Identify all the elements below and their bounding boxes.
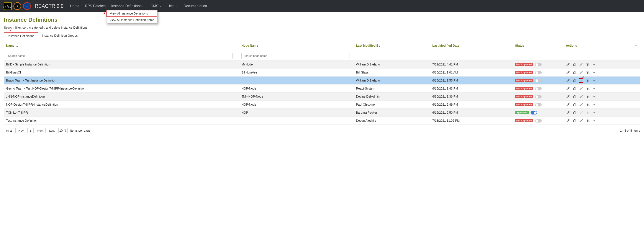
- cell-node: BillHumVee: [239, 68, 354, 76]
- annotation-2: 2: [10, 28, 12, 32]
- status-toggle[interactable]: [535, 79, 542, 82]
- table-row[interactable]: Gecho Team - Test NOP-Design7-NIPR-Insta…: [4, 84, 640, 92]
- status-badge: Not Approved: [515, 87, 533, 90]
- copy-icon[interactable]: [572, 94, 577, 99]
- copy-icon[interactable]: [572, 102, 577, 107]
- table-row[interactable]: TCN Lot 7 SIPRNOPBarbara Packer6/15/2021…: [4, 109, 640, 117]
- pager-next[interactable]: Next: [35, 128, 46, 133]
- nav-home[interactable]: Home: [69, 3, 80, 9]
- status-toggle[interactable]: [530, 111, 537, 114]
- download-icon[interactable]: [592, 102, 596, 107]
- delete-icon[interactable]: [586, 102, 590, 107]
- dropdown-view-all-instance-definitions[interactable]: 1 View All Instance Definitions: [106, 10, 157, 17]
- cell-modified-by: Paul Chicoine: [354, 100, 430, 109]
- delete-icon[interactable]: [586, 78, 590, 82]
- cell-actions: [564, 92, 640, 100]
- status-toggle[interactable]: [535, 103, 542, 106]
- dropdown-view-all-items[interactable]: View All Instance Definition Items: [106, 17, 157, 23]
- tab-instance-definitions[interactable]: Instance Definitions: [4, 32, 38, 40]
- edit-icon[interactable]: [579, 70, 583, 74]
- delete-icon[interactable]: [586, 62, 590, 66]
- pager-last[interactable]: Last: [47, 128, 57, 133]
- cell-node: NOP-Node: [239, 100, 354, 109]
- pager-size-value: 10: [60, 129, 63, 132]
- download-icon[interactable]: [592, 94, 596, 99]
- nav-cms-label: CMS: [150, 4, 158, 8]
- nav-cms[interactable]: CMS ▼: [150, 3, 162, 9]
- edit-icon[interactable]: [579, 94, 583, 99]
- table-row[interactable]: Bravo Team - Test Instance DefinitionWil…: [4, 76, 640, 84]
- wrench-icon[interactable]: [566, 110, 570, 115]
- edit-icon[interactable]: [579, 62, 583, 66]
- col-node-name[interactable]: Node Name: [239, 40, 354, 52]
- download-icon[interactable]: [592, 62, 596, 66]
- wrench-icon[interactable]: [566, 102, 570, 107]
- status-toggle[interactable]: [535, 119, 542, 122]
- edit-icon[interactable]: [579, 86, 583, 91]
- wrench-icon[interactable]: [566, 70, 570, 74]
- search-name-input[interactable]: [6, 53, 232, 59]
- delete-icon[interactable]: [586, 86, 590, 91]
- add-icon[interactable]: ＋: [634, 43, 638, 48]
- sort-asc-icon: ▲: [16, 45, 18, 47]
- delete-icon[interactable]: [586, 94, 590, 99]
- pager-size-select[interactable]: 10 ⇅: [58, 128, 68, 133]
- cell-node: JNN-NOP-Node: [239, 92, 354, 100]
- copy-icon[interactable]: [572, 62, 577, 66]
- army-logo-icon: ★U.S.ARMY: [4, 2, 12, 10]
- wrench-icon[interactable]: [566, 94, 570, 99]
- status-badge: Not Approved: [515, 79, 533, 82]
- download-icon[interactable]: [592, 78, 596, 82]
- table-row[interactable]: JNN-NOP-InstanceDefinitionJNN-NOP-NodeDe…: [4, 92, 640, 100]
- wrench-icon[interactable]: [566, 62, 570, 66]
- pager-page[interactable]: 1: [27, 128, 34, 133]
- table-row[interactable]: NOP-Design7-SIPR-InstanceDefinitionNOP-N…: [4, 100, 640, 109]
- col-last-modified-date[interactable]: Last Modified Date: [430, 40, 513, 52]
- col-last-modified-by[interactable]: Last Modified By: [354, 40, 430, 52]
- caret-down-icon: ▼: [160, 5, 162, 7]
- table-row[interactable]: Test Instance DefinitionDevon Aleshire7/…: [4, 117, 640, 125]
- download-icon[interactable]: [592, 70, 596, 74]
- cell-actions: [564, 60, 640, 68]
- status-toggle[interactable]: [535, 87, 542, 90]
- cell-node: [239, 117, 354, 125]
- download-icon[interactable]: [592, 110, 596, 115]
- copy-icon[interactable]: [572, 110, 577, 115]
- status-toggle[interactable]: [535, 71, 542, 74]
- status-badge: Not Approved: [515, 119, 533, 122]
- nav-documentation[interactable]: Documentation: [183, 3, 208, 9]
- status-toggle[interactable]: [535, 63, 542, 66]
- nav-rps-patches[interactable]: RPS Patches: [84, 3, 106, 9]
- delete-icon[interactable]: [586, 70, 590, 74]
- status-toggle[interactable]: [535, 95, 542, 98]
- delete-icon[interactable]: [586, 118, 590, 123]
- download-icon[interactable]: [592, 86, 596, 91]
- copy-icon[interactable]: [572, 118, 577, 123]
- edit-icon[interactable]: [579, 102, 583, 107]
- col-name[interactable]: Name ▲: [4, 40, 239, 52]
- cell-name: Bravo Team - Test Instance Definition: [4, 76, 239, 84]
- copy-icon[interactable]: [572, 78, 577, 82]
- search-node-input[interactable]: [242, 53, 350, 59]
- caret-down-icon: ▼: [176, 5, 178, 7]
- wrench-icon[interactable]: [566, 78, 570, 82]
- cell-name: TCN Lot 7 SIPR: [4, 109, 239, 117]
- table-row[interactable]: BillGlassCIBillHumVeeBill Glass6/16/2021…: [4, 68, 640, 76]
- edit-icon[interactable]: 3: [579, 78, 583, 82]
- edit-icon[interactable]: [579, 118, 583, 123]
- pager-first[interactable]: First: [4, 128, 14, 133]
- download-icon[interactable]: [592, 118, 596, 123]
- instance-definitions-dropdown: 1 View All Instance Definitions View All…: [106, 10, 158, 23]
- cell-actions: [564, 84, 640, 92]
- copy-icon[interactable]: [572, 86, 577, 91]
- nav-instance-definitions[interactable]: Instance Definitions ▼: [110, 3, 146, 9]
- tab-instance-definition-groups[interactable]: Instance Definition Groups: [38, 32, 81, 40]
- annotation-3: 3: [582, 75, 584, 78]
- wrench-icon[interactable]: [566, 118, 570, 123]
- col-status[interactable]: Status: [513, 40, 564, 52]
- table-row[interactable]: BillD - Simple Instance DefinitionMyNode…: [4, 60, 640, 68]
- wrench-icon[interactable]: [566, 86, 570, 91]
- nav-help[interactable]: Help ▼: [166, 3, 179, 9]
- copy-icon[interactable]: [572, 70, 577, 74]
- pager-prev[interactable]: Prev: [16, 128, 26, 133]
